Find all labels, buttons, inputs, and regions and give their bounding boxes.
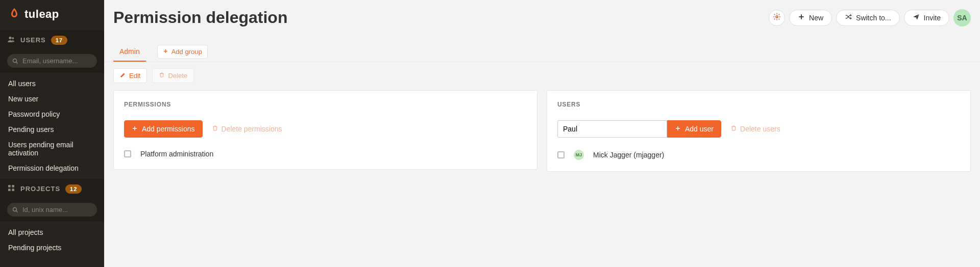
tuleap-flame-icon — [8, 7, 20, 21]
svg-rect-7 — [12, 189, 14, 191]
svg-point-0 — [9, 37, 11, 39]
switch-to-label: Switch to... — [856, 14, 891, 22]
panels: PERMISSIONS Add permissions — [104, 90, 980, 267]
main: Permission delegation New — [104, 0, 980, 267]
users-panel-title: USERS — [557, 101, 960, 108]
sidebar-link-pending-projects[interactable]: Pending projects — [0, 240, 104, 255]
svg-point-2 — [13, 59, 17, 62]
delete-group-button[interactable]: Delete — [152, 68, 194, 83]
edit-group-button[interactable]: Edit — [113, 68, 147, 83]
trash-icon — [159, 72, 165, 79]
users-links: All users New user Password policy Pendi… — [0, 73, 104, 179]
brand-name: tuleap — [24, 8, 59, 21]
add-permissions-label: Add permissions — [142, 125, 195, 133]
add-user-button[interactable]: Add user — [667, 120, 721, 138]
sidebar-link-password-policy[interactable]: Password policy — [0, 106, 104, 122]
add-group-label: Add group — [172, 48, 202, 56]
sidebar-section-users[interactable]: USERS 17 — [0, 30, 104, 50]
users-panel: USERS Add user — [547, 90, 971, 172]
svg-rect-5 — [12, 185, 14, 188]
plus-icon — [132, 125, 138, 133]
users-icon — [7, 35, 15, 45]
invite-button[interactable]: Invite — [904, 10, 949, 26]
user-row[interactable]: MJ Mick Jagger (mjagger) — [557, 149, 960, 161]
projects-count-badge: 12 — [65, 184, 82, 194]
brand-logo[interactable]: tuleap — [0, 0, 104, 30]
plus-icon — [675, 125, 681, 133]
sidebar-section-label: USERS — [20, 36, 46, 44]
tabs-row: Admin Add group — [104, 42, 980, 62]
sidebar-link-all-users[interactable]: All users — [0, 76, 104, 91]
svg-point-10 — [776, 16, 778, 18]
permissions-panel: PERMISSIONS Add permissions — [113, 90, 537, 170]
group-toolbar: Edit Delete — [104, 62, 980, 90]
sidebar: tuleap USERS 17 All users New user Passw… — [0, 0, 104, 267]
paper-plane-icon — [913, 13, 920, 22]
add-group-button[interactable]: Add group — [157, 45, 208, 59]
user-search-input[interactable] — [557, 120, 667, 138]
projects-icon — [7, 184, 15, 194]
delete-users-label: Delete users — [740, 125, 780, 133]
new-button-label: New — [809, 14, 823, 22]
permissions-toolbar: Add permissions Delete permissions — [124, 120, 527, 138]
add-permissions-button[interactable]: Add permissions — [124, 120, 203, 138]
add-user-label: Add user — [685, 125, 714, 133]
sidebar-link-permission-delegation[interactable]: Permission delegation — [0, 161, 104, 176]
admin-gear-button[interactable] — [769, 10, 785, 26]
checkbox[interactable] — [124, 150, 131, 157]
checkbox[interactable] — [557, 151, 565, 158]
topbar: Permission delegation New — [104, 0, 980, 27]
svg-point-8 — [13, 207, 17, 211]
svg-line-3 — [16, 62, 18, 63]
users-count-badge: 17 — [51, 36, 67, 45]
delete-label: Delete — [168, 72, 187, 79]
page-title: Permission delegation — [113, 8, 287, 27]
delete-permissions-label: Delete permissions — [222, 125, 282, 133]
user-avatar: MJ — [574, 150, 584, 160]
permissions-panel-title: PERMISSIONS — [124, 101, 527, 108]
permission-label: Platform administration — [140, 150, 213, 158]
sidebar-section-projects[interactable]: PROJECTS 12 — [0, 179, 104, 199]
gear-icon — [773, 13, 781, 22]
users-toolbar: Add user Delete users — [557, 120, 960, 138]
delete-users-button[interactable]: Delete users — [730, 125, 780, 133]
delete-permissions-button[interactable]: Delete permissions — [212, 125, 282, 133]
trash-icon — [730, 125, 737, 133]
switch-to-button[interactable]: Switch to... — [836, 10, 899, 26]
svg-rect-6 — [8, 189, 11, 191]
plus-icon — [163, 48, 168, 56]
svg-rect-4 — [8, 185, 11, 188]
shuffle-icon — [845, 13, 852, 22]
plus-icon — [798, 13, 805, 22]
new-button[interactable]: New — [789, 10, 832, 26]
permission-row[interactable]: Platform administration — [124, 149, 527, 159]
svg-line-9 — [16, 210, 18, 212]
invite-label: Invite — [924, 14, 941, 22]
pencil-icon — [120, 72, 126, 79]
user-label: Mick Jagger (mjagger) — [593, 151, 664, 159]
svg-point-1 — [12, 37, 14, 39]
sidebar-link-pending-email[interactable]: Users pending email activation — [0, 137, 104, 161]
projects-search-input[interactable] — [7, 203, 97, 217]
trash-icon — [212, 125, 218, 133]
current-user-avatar[interactable]: SA — [953, 9, 971, 26]
sidebar-link-all-projects[interactable]: All projects — [0, 225, 104, 240]
sidebar-section-label: PROJECTS — [20, 185, 60, 193]
tab-admin[interactable]: Admin — [113, 42, 146, 62]
top-actions: New Switch to... Invite — [769, 9, 971, 26]
sidebar-link-new-user[interactable]: New user — [0, 91, 104, 106]
sidebar-link-pending-users[interactable]: Pending users — [0, 122, 104, 137]
projects-links: All projects Pending projects — [0, 222, 104, 258]
users-search-input[interactable] — [7, 54, 97, 68]
edit-label: Edit — [129, 72, 140, 79]
